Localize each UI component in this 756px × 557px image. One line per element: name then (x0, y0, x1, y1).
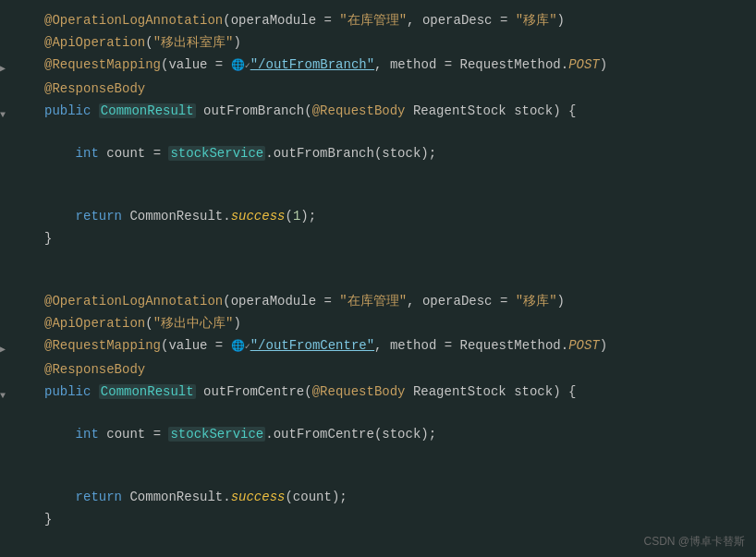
code-line (0, 164, 756, 185)
code-line: return CommonResult.success(1); (0, 205, 756, 227)
code-line (0, 445, 756, 466)
code-line: return CommonResult.success(count); (0, 486, 756, 508)
code-text: @RequestMapping(value = 🌐✓"/outFromBranc… (30, 54, 607, 77)
code-text: @RequestMapping(value = 🌐✓"/outFromCentr… (30, 335, 607, 357)
code-line: @ResponseBody (0, 358, 756, 381)
code-text: } (30, 228, 52, 248)
code-line (0, 270, 756, 290)
code-line: @ResponseBody (0, 78, 756, 100)
code-line: } (0, 508, 756, 530)
code-text: return CommonResult.success(1); (30, 206, 316, 226)
code-text (30, 271, 52, 291)
fold-arrow: ▼ (0, 391, 6, 401)
code-line (0, 185, 756, 205)
code-line: ▶ @RequestMapping(value = 🌐✓"/outFromCen… (0, 334, 756, 358)
code-text: int count = stockService.outFromCentre(s… (30, 424, 436, 444)
code-text: @ApiOperation("移出科室库") (30, 32, 241, 53)
code-text: @ResponseBody (30, 79, 145, 99)
code-text (30, 250, 52, 271)
code-line: int count = stockService.outFromCentre(s… (0, 423, 756, 445)
code-line: } (0, 227, 756, 249)
code-line: @OperationLogAnnotation(operaModule = "在… (0, 290, 756, 312)
code-text: public CommonResult outFromBranch(@Reque… (30, 101, 576, 121)
code-line (0, 249, 756, 270)
code-line: ▶ @RequestMapping(value = 🌐✓"/outFromBra… (0, 54, 756, 78)
code-text (30, 404, 52, 424)
code-line (0, 403, 756, 423)
code-text: @ResponseBody (30, 359, 145, 380)
code-text: @OperationLogAnnotation(operaModule = "在… (30, 10, 565, 30)
code-text (30, 446, 52, 466)
code-text: @ApiOperation("移出中心库") (30, 313, 241, 333)
code-line: @OperationLogAnnotation(operaModule = "在… (0, 9, 756, 31)
code-line: ▼ public CommonResult outFromBranch(@Req… (0, 100, 756, 122)
fold-arrow: ▶ (0, 344, 6, 355)
code-text: } (30, 509, 52, 529)
code-line (0, 122, 756, 142)
watermark: CSDN @博卓卡替斯 (643, 534, 745, 550)
code-text: return CommonResult.success(count); (30, 487, 348, 507)
code-text (30, 165, 52, 186)
code-text: public CommonResult outFromCentre(@Reque… (30, 381, 576, 402)
code-line: @ApiOperation("移出中心库") (0, 312, 756, 334)
fold-arrow: ▼ (0, 110, 6, 120)
code-text: @OperationLogAnnotation(operaModule = "在… (30, 291, 565, 311)
code-text (30, 466, 52, 487)
code-line: ▼ public CommonResult outFromCentre(@Req… (0, 381, 756, 403)
code-text: int count = stockService.outFromBranch(s… (30, 143, 436, 163)
code-text (30, 123, 52, 143)
code-line: @ApiOperation("移出科室库") (0, 31, 756, 54)
code-editor: @OperationLogAnnotation(operaModule = "在… (0, 0, 756, 557)
fold-arrow: ▶ (0, 63, 6, 74)
code-line (0, 466, 756, 486)
code-text (30, 186, 52, 206)
code-line: int count = stockService.outFromBranch(s… (0, 142, 756, 164)
